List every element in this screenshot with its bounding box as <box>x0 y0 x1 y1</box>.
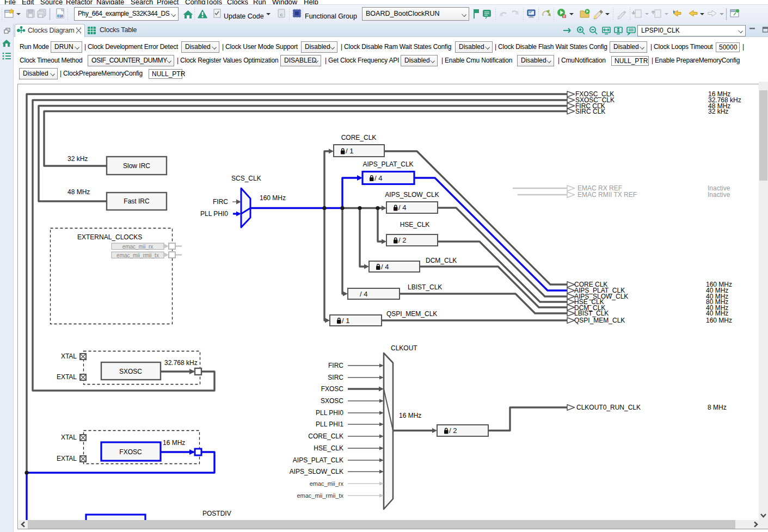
svg-text:LBIST_CLK: LBIST_CLK <box>408 283 442 291</box>
svg-text:Fast IRC: Fast IRC <box>124 197 150 205</box>
svg-text:16 MHz: 16 MHz <box>163 439 185 447</box>
svg-text:SIRC: SIRC <box>328 374 343 381</box>
svg-text:Update Code: Update Code <box>224 13 264 20</box>
svg-text:/ 4: / 4 <box>360 290 367 298</box>
svg-text:/ 4: / 4 <box>398 203 406 212</box>
svg-text:FIRC: FIRC <box>213 198 228 206</box>
svg-text:PLL PHI0: PLL PHI0 <box>200 210 228 218</box>
svg-text:FXOSC: FXOSC <box>321 385 344 393</box>
svg-text:32 kHz: 32 kHz <box>708 108 728 115</box>
svg-text:16 MHz: 16 MHz <box>399 412 421 419</box>
svg-text:/ 1: / 1 <box>346 147 353 155</box>
svg-text:CLKOUT: CLKOUT <box>391 344 417 352</box>
svg-text:emac_mii_rx: emac_mii_rx <box>310 480 344 487</box>
svg-text:Slow IRC: Slow IRC <box>123 162 150 170</box>
svg-text:160 MHz: 160 MHz <box>706 317 732 324</box>
svg-text:Functional Group: Functional Group <box>305 13 357 20</box>
svg-text:40 MHz: 40 MHz <box>706 310 728 317</box>
svg-text:/ 2: / 2 <box>398 236 406 244</box>
svg-text:c: c <box>280 12 282 17</box>
svg-text:emac_mii_rmii_tx: emac_mii_rmii_tx <box>116 252 159 258</box>
svg-text:FXOSC: FXOSC <box>119 448 142 456</box>
svg-text:FIRC: FIRC <box>328 362 343 369</box>
svg-text:EMAC RMII TX REF: EMAC RMII TX REF <box>577 191 637 199</box>
svg-text:emac_mii_rx: emac_mii_rx <box>122 244 153 250</box>
svg-text:/ 1: / 1 <box>342 317 349 325</box>
svg-text:POSTDIV: POSTDIV <box>202 510 231 517</box>
svg-text:PLL PHI1: PLL PHI1 <box>316 420 343 428</box>
svg-text:32 kHz: 32 kHz <box>67 155 88 163</box>
svg-text:/ 4: / 4 <box>381 263 389 271</box>
svg-text:Inactive: Inactive <box>708 191 730 199</box>
svg-text:/ 2: / 2 <box>449 426 457 435</box>
svg-text:XTAL: XTAL <box>61 434 77 441</box>
svg-text:PLL PHI0: PLL PHI0 <box>316 409 343 417</box>
svg-text:010: 010 <box>57 14 63 18</box>
svg-text:DCM_CLK: DCM_CLK <box>426 257 457 264</box>
svg-text:AIPS_SLOW_CLK: AIPS_SLOW_CLK <box>385 191 439 199</box>
svg-text:QSPI_MEM_CLK: QSPI_MEM_CLK <box>574 317 625 324</box>
svg-text:AIPS_SLOW_CLK: AIPS_SLOW_CLK <box>290 468 343 475</box>
svg-text:XTAL: XTAL <box>61 352 77 360</box>
svg-text:CORE_CLK: CORE_CLK <box>308 432 343 440</box>
svg-text:HSE_CLK: HSE_CLK <box>400 221 430 228</box>
svg-text:SCS_CLK: SCS_CLK <box>231 175 261 182</box>
svg-text:LBIST_CLK: LBIST_CLK <box>574 310 609 317</box>
svg-text:8 MHz: 8 MHz <box>708 404 727 411</box>
svg-text:AIPS_PLAT_CLK: AIPS_PLAT_CLK <box>363 160 413 168</box>
svg-text:SXOSC: SXOSC <box>119 368 142 375</box>
svg-text:/ 4: / 4 <box>374 174 382 182</box>
svg-text:48 MHz: 48 MHz <box>67 188 90 196</box>
svg-text:AIPS_PLAT_CLK: AIPS_PLAT_CLK <box>293 456 343 464</box>
svg-text:EXTERNAL_CLOCKS: EXTERNAL_CLOCKS <box>77 233 142 241</box>
svg-text:SXOSC: SXOSC <box>321 397 343 405</box>
svg-text:SIRC CLK: SIRC CLK <box>575 108 605 115</box>
svg-text:EXTAL: EXTAL <box>57 455 77 462</box>
svg-text:emac_mii_rmii_tx: emac_mii_rmii_tx <box>297 492 343 499</box>
svg-text:HSE_CLK: HSE_CLK <box>314 444 343 452</box>
svg-text:160 MHz: 160 MHz <box>260 194 286 202</box>
svg-text:CORE_CLK: CORE_CLK <box>341 134 377 141</box>
svg-text:32.768 kHz: 32.768 kHz <box>164 359 198 367</box>
svg-text:CLKOUT0_RUN_CLK: CLKOUT0_RUN_CLK <box>576 404 641 411</box>
svg-text:QSPI_MEM_CLK: QSPI_MEM_CLK <box>386 310 437 318</box>
svg-text:EXTAL: EXTAL <box>57 373 77 381</box>
